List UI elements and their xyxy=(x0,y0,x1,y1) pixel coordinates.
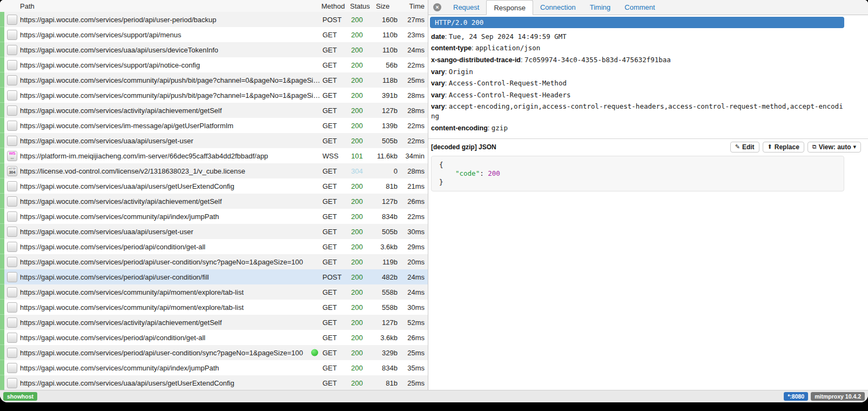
document-icon xyxy=(7,136,17,146)
row-marker xyxy=(0,57,4,72)
flow-row[interactable]: https://gapi.wocute.com/services/uaa/api… xyxy=(0,42,428,57)
flow-row[interactable]: https://gapi.wocute.com/services/communi… xyxy=(0,284,428,300)
close-icon[interactable]: × xyxy=(433,3,441,11)
col-header-status: Status xyxy=(350,2,375,10)
version-badge: mitmproxy 10.4.2 xyxy=(811,392,865,401)
flow-time: 28ms xyxy=(398,167,428,175)
flow-status: 200 xyxy=(351,319,376,327)
content-meta-row: [decoded gzip] JSON ✎Edit ⬆Replace ⧉View… xyxy=(428,139,868,155)
response-header-line: x-sango-distributed-trace-id: 7c059974-3… xyxy=(431,54,844,66)
showhost-badge[interactable]: showhost xyxy=(3,392,37,401)
flow-method: WSS xyxy=(322,152,351,160)
row-icon-cell xyxy=(4,45,20,55)
flow-size: 329b xyxy=(376,349,398,357)
response-headers: date: Tue, 24 Sep 2024 14:49:59 GMTconte… xyxy=(428,28,868,138)
view-mode-button[interactable]: ⧉View: auto▾ xyxy=(808,142,861,153)
tab-timing[interactable]: Timing xyxy=(583,0,618,15)
response-header-line: content-encoding: gzip xyxy=(431,122,844,134)
flow-time: 22ms xyxy=(398,137,428,145)
flow-row[interactable]: https://gapi.wocute.com/services/activit… xyxy=(0,103,428,118)
flow-row[interactable]: WS⇔https://platform-im.meiqijiacheng.com… xyxy=(0,148,428,163)
flow-detail-panel: × RequestResponseConnectionTimingComment… xyxy=(428,0,868,390)
flow-row[interactable]: https://gapi.wocute.com/services/im-mess… xyxy=(0,118,428,133)
flow-row[interactable]: https://gapi.wocute.com/services/communi… xyxy=(0,209,428,224)
flow-time: 25ms xyxy=(398,76,428,84)
flow-path: https://gapi.wocute.com/services/communi… xyxy=(20,76,322,84)
tab-response[interactable]: Response xyxy=(486,0,533,15)
content-buttons: ✎Edit ⬆Replace ⧉View: auto▾ xyxy=(730,142,861,153)
flow-path: https://gapi.wocute.com/services/communi… xyxy=(20,364,322,372)
flow-method: GET xyxy=(322,364,351,372)
flow-status: 200 xyxy=(351,379,376,387)
flow-size: 56b xyxy=(376,61,398,69)
flow-status: 200 xyxy=(351,197,376,205)
flow-row[interactable]: https://gapi.wocute.com/services/period/… xyxy=(0,254,428,269)
row-marker xyxy=(0,315,4,330)
row-icon-cell xyxy=(4,136,20,146)
flow-row[interactable]: https://gapi.wocute.com/services/period/… xyxy=(0,12,428,27)
flow-size: 834b xyxy=(376,364,398,372)
flow-row[interactable]: https://gapi.wocute.com/services/uaa/api… xyxy=(0,133,428,148)
row-marker xyxy=(0,118,4,133)
flow-path: https://gapi.wocute.com/services/period/… xyxy=(20,16,322,24)
flow-path: https://gapi.wocute.com/services/period/… xyxy=(20,243,322,251)
flow-row[interactable]: HTTP304https://license.vod-control.com/l… xyxy=(0,163,428,178)
flow-row[interactable]: https://gapi.wocute.com/services/support… xyxy=(0,27,428,42)
flow-path: https://gapi.wocute.com/services/communi… xyxy=(20,288,322,296)
flow-time: 22ms xyxy=(398,122,428,130)
flow-row[interactable]: https://gapi.wocute.com/services/support… xyxy=(0,57,428,72)
response-header-line: vary: Access-Control-Request-Headers xyxy=(431,89,844,101)
flow-time: 30ms xyxy=(398,303,428,311)
col-header-size: Size xyxy=(375,2,398,10)
header-name: vary xyxy=(431,91,445,99)
tab-comment[interactable]: Comment xyxy=(617,0,662,15)
flow-time: 22ms xyxy=(398,213,428,221)
flow-path: https://gapi.wocute.com/services/period/… xyxy=(20,258,322,266)
row-icon-cell xyxy=(4,317,20,328)
flow-size: 558b xyxy=(376,303,398,311)
flow-row[interactable]: https://gapi.wocute.com/services/activit… xyxy=(0,194,428,209)
row-icon-cell xyxy=(4,90,20,101)
flow-row[interactable]: https://gapi.wocute.com/services/period/… xyxy=(0,239,428,254)
flow-row[interactable]: https://gapi.wocute.com/services/period/… xyxy=(0,330,428,345)
flow-path: https://gapi.wocute.com/services/communi… xyxy=(20,213,322,221)
flow-row[interactable]: https://gapi.wocute.com/services/activit… xyxy=(0,315,428,330)
tab-connection[interactable]: Connection xyxy=(533,0,583,15)
flow-method: GET xyxy=(322,91,351,100)
flow-path: https://gapi.wocute.com/services/uaa/api… xyxy=(20,46,322,54)
flow-size: 11.6kb xyxy=(376,152,398,160)
flow-row[interactable]: https://gapi.wocute.com/services/uaa/api… xyxy=(0,178,428,194)
document-icon xyxy=(7,227,17,237)
header-name: date xyxy=(431,33,445,41)
edit-button[interactable]: ✎Edit xyxy=(730,142,759,153)
chevron-down-icon: ▾ xyxy=(853,143,856,150)
response-view: HTTP/2.0 200 date: Tue, 24 Sep 2024 14:4… xyxy=(428,15,868,390)
flow-status: 200 xyxy=(351,137,376,145)
document-icon xyxy=(7,287,17,297)
flow-row[interactable]: https://gapi.wocute.com/services/communi… xyxy=(0,72,428,88)
header-value: 7c059974-34c0-4355-b83d-475632f91baa xyxy=(524,56,671,64)
row-icon-cell xyxy=(4,378,20,388)
col-header-method: Method xyxy=(321,2,350,10)
flow-status: 200 xyxy=(351,243,376,251)
flow-row[interactable]: https://gapi.wocute.com/services/uaa/api… xyxy=(0,224,428,239)
flow-row[interactable]: https://gapi.wocute.com/services/period/… xyxy=(0,345,428,360)
flow-row[interactable]: https://gapi.wocute.com/services/period/… xyxy=(0,269,428,284)
flow-time: 27ms xyxy=(398,16,428,24)
flow-row[interactable]: https://gapi.wocute.com/services/uaa/api… xyxy=(0,375,428,390)
flow-row[interactable]: https://gapi.wocute.com/services/communi… xyxy=(0,300,428,315)
flow-status: 200 xyxy=(351,31,376,39)
replace-button[interactable]: ⬆Replace xyxy=(763,142,804,153)
content-view-label: [decoded gzip] JSON xyxy=(431,143,496,151)
tab-request[interactable]: Request xyxy=(446,0,486,15)
document-icon xyxy=(7,181,17,191)
flow-path: https://license.vod-control.com/license/… xyxy=(20,167,322,175)
flow-row[interactable]: https://gapi.wocute.com/services/communi… xyxy=(0,88,428,103)
row-icon-cell xyxy=(4,15,20,25)
flow-method: GET xyxy=(322,303,351,311)
flow-time: 26ms xyxy=(398,197,428,205)
flow-row[interactable]: https://gapi.wocute.com/services/communi… xyxy=(0,360,428,375)
row-icon-cell xyxy=(4,60,20,70)
detail-tabbar: × RequestResponseConnectionTimingComment xyxy=(428,0,868,15)
flow-time: 35ms xyxy=(398,364,428,372)
